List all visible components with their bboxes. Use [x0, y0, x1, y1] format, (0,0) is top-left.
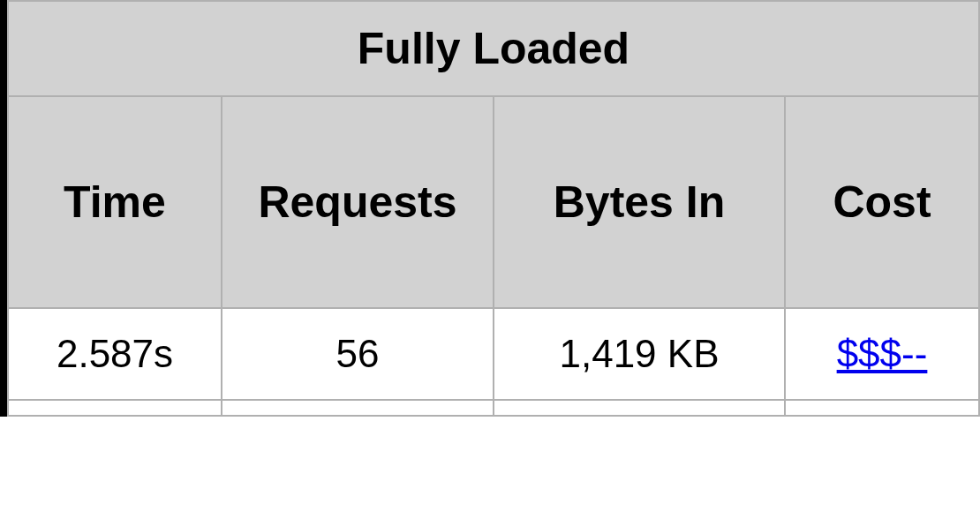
- cell-time: 2.587s: [8, 308, 222, 400]
- column-header-bytes-in: Bytes In: [494, 96, 785, 308]
- cell-requests: 56: [222, 308, 494, 400]
- column-header-requests: Requests: [222, 96, 494, 308]
- cell-cost: $$$--: [785, 308, 979, 400]
- cost-link[interactable]: $$$--: [837, 332, 928, 375]
- column-header-cost: Cost: [785, 96, 979, 308]
- table-title: Fully Loaded: [8, 1, 979, 96]
- fully-loaded-table: Fully Loaded Time Requests Bytes In Cost…: [7, 0, 980, 417]
- table-row-partial: [8, 400, 979, 416]
- table-row: 2.587s 56 1,419 KB $$$--: [8, 308, 979, 400]
- column-header-time: Time: [8, 96, 222, 308]
- fully-loaded-table-container: Fully Loaded Time Requests Bytes In Cost…: [0, 0, 980, 417]
- cell-bytes-in: 1,419 KB: [494, 308, 785, 400]
